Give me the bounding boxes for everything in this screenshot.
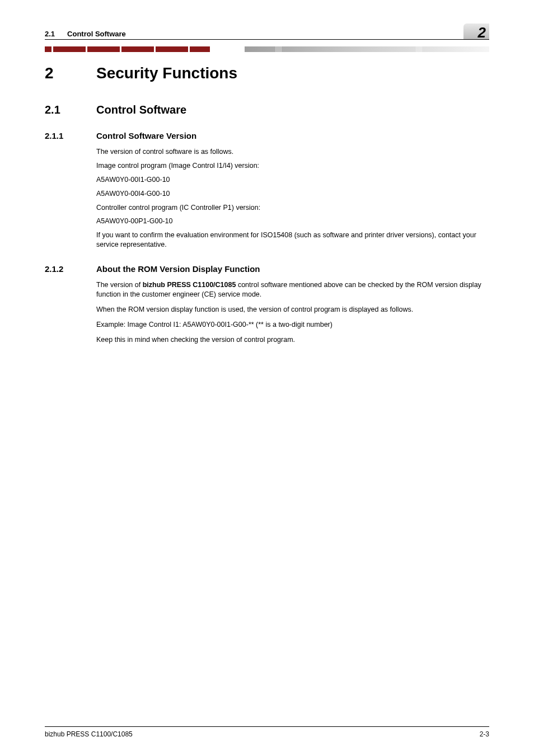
subsection-heading: 2.1.1 Control Software Version xyxy=(45,131,489,140)
running-header-right: 2 xyxy=(463,22,489,38)
body-paragraph: Image control program (Image Control I1/… xyxy=(96,161,489,171)
decorative-bar-red xyxy=(45,46,245,52)
body-paragraph: The version of control software is as fo… xyxy=(96,147,489,157)
chapter-number: 2 xyxy=(45,64,68,82)
chapter-title: Security Functions xyxy=(96,64,237,82)
chapter-tab-number: 2 xyxy=(478,24,486,41)
body-paragraph: If you want to confirm the evaluation en… xyxy=(96,231,489,250)
paragraph-pre: Example: Image Control I1: A5AW0Y0-00I1-… xyxy=(96,321,332,328)
paragraph-pre: When the ROM version display function is… xyxy=(96,306,413,313)
header-section-title: Control Software xyxy=(67,30,126,38)
subsection-group: 2.1.2 About the ROM Version Display Func… xyxy=(45,264,489,344)
subsection-body: The version of control software is as fo… xyxy=(96,147,489,250)
decorative-bar-grey xyxy=(245,46,489,52)
section-title: Control Software xyxy=(96,104,186,116)
running-header: 2.1 Control Software 2 xyxy=(45,22,489,40)
body-paragraph: A5AW0Y0-00I1-G00-10 xyxy=(96,175,489,185)
body-paragraph: Keep this in mind when checking the vers… xyxy=(96,335,489,345)
paragraph-bold: bizhub PRESS C1100/C1085 xyxy=(143,281,236,289)
subsection-title: About the ROM Version Display Function xyxy=(96,264,260,274)
body-paragraph: The version of bizhub PRESS C1100/C1085 … xyxy=(96,280,489,299)
subsection-body: The version of bizhub PRESS C1100/C1085 … xyxy=(96,280,489,344)
section-number: 2.1 xyxy=(45,104,68,116)
section-heading: 2.1 Control Software xyxy=(45,104,489,116)
body-paragraph: Controller control program (IC Controlle… xyxy=(96,203,489,213)
subsection-group: 2.1.1 Control Software Version The versi… xyxy=(45,131,489,250)
footer-product-name: bizhub PRESS C1100/C1085 xyxy=(45,730,133,738)
body-paragraph: Example: Image Control I1: A5AW0Y0-00I1-… xyxy=(96,320,489,330)
subsection-number: 2.1.2 xyxy=(45,264,68,274)
body-paragraph: A5AW0Y0-00I4-G00-10 xyxy=(96,189,489,199)
running-header-left: 2.1 Control Software xyxy=(45,30,126,38)
footer-page-number: 2-3 xyxy=(480,730,489,738)
body-paragraph: When the ROM version display function is… xyxy=(96,305,489,314)
subsection-title: Control Software Version xyxy=(96,131,196,140)
chapter-heading: 2 Security Functions xyxy=(45,64,489,82)
page-root: 2.1 Control Software 2 2 Secur xyxy=(0,0,534,756)
body-paragraph: A5AW0Y0-00P1-G00-10 xyxy=(96,217,489,226)
paragraph-pre: Keep this in mind when checking the vers… xyxy=(96,336,295,344)
subsection-number: 2.1.1 xyxy=(45,131,68,140)
paragraph-pre: The version of xyxy=(96,281,143,289)
subsection-heading: 2.1.2 About the ROM Version Display Func… xyxy=(45,264,489,274)
decorative-bar xyxy=(45,46,489,52)
page-footer: bizhub PRESS C1100/C1085 2-3 xyxy=(45,726,489,738)
header-section-number: 2.1 xyxy=(45,30,55,38)
